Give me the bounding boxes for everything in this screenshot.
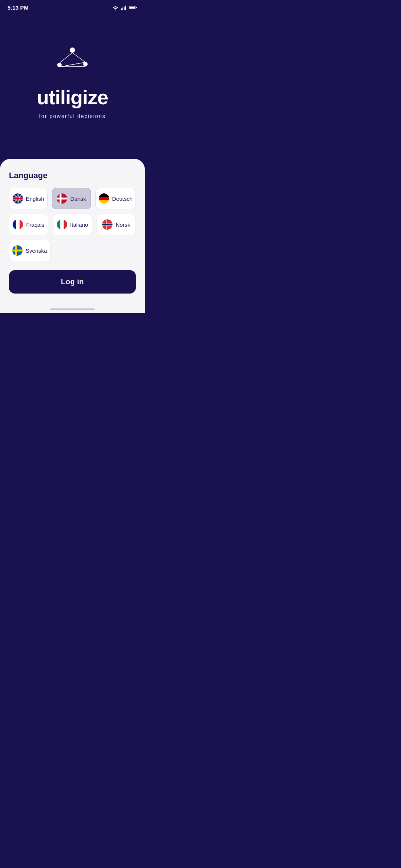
flag-svenska xyxy=(12,245,23,256)
language-label-english: English xyxy=(26,196,44,202)
svg-rect-26 xyxy=(16,219,20,230)
language-label-svenska: Svenska xyxy=(26,248,47,254)
svg-point-0 xyxy=(115,9,116,10)
language-section-title: Language xyxy=(9,171,136,180)
language-label-dansk: Dansk xyxy=(70,196,86,202)
language-button-dansk[interactable]: Dansk xyxy=(52,188,91,209)
svg-line-14 xyxy=(60,62,85,67)
svg-rect-4 xyxy=(125,6,126,10)
svg-rect-3 xyxy=(124,6,124,10)
svg-rect-6 xyxy=(130,7,135,9)
svg-rect-31 xyxy=(60,219,63,230)
language-label-italiano: Italiano xyxy=(70,222,88,228)
home-indicator-area xyxy=(0,304,145,313)
language-button-deutsch[interactable]: Deutsch xyxy=(95,188,136,209)
language-label-deutsch: Deutsch xyxy=(112,196,133,202)
signal-icon xyxy=(121,5,127,10)
language-label-norsk: Norsk xyxy=(115,222,130,228)
svg-rect-20 xyxy=(99,193,109,197)
svg-rect-2 xyxy=(123,7,123,10)
svg-rect-25 xyxy=(13,219,16,230)
language-grid-row3: Svenska xyxy=(9,240,136,261)
language-label-francais: Fraçais xyxy=(26,222,44,228)
logo-area: utiligize for powerful decisions xyxy=(0,14,145,159)
login-button[interactable]: Log in xyxy=(9,270,136,294)
wifi-icon xyxy=(112,5,119,10)
flag-english xyxy=(13,193,23,204)
status-icons xyxy=(112,5,137,10)
flag-francais xyxy=(13,219,23,230)
flag-deutsch xyxy=(99,193,109,204)
logo-tagline: for powerful decisions xyxy=(21,113,123,119)
tagline-line-right xyxy=(110,116,124,117)
language-grid-row2: Fraçais Italiano Norsk xyxy=(9,214,136,235)
svg-point-8 xyxy=(70,48,75,53)
language-button-italiano[interactable]: Italiano xyxy=(53,214,92,235)
app-logo-text: utiligize xyxy=(37,87,108,107)
flag-dansk xyxy=(57,193,67,204)
language-button-norsk[interactable]: Norsk xyxy=(97,214,136,235)
svg-rect-1 xyxy=(121,8,122,10)
language-button-svenska[interactable]: Svenska xyxy=(9,240,50,261)
flag-italiano xyxy=(57,219,67,230)
svg-rect-30 xyxy=(57,219,60,230)
language-button-francais[interactable]: Fraçais xyxy=(9,214,48,235)
svg-rect-21 xyxy=(99,197,109,200)
flag-norsk xyxy=(102,219,113,230)
status-time: 5:13 PM xyxy=(7,4,29,11)
bottom-sheet: Language English Dansk xyxy=(0,159,145,304)
status-bar: 5:13 PM xyxy=(0,0,145,14)
language-button-english[interactable]: English xyxy=(9,188,48,209)
tagline-line-left xyxy=(21,116,35,117)
battery-icon xyxy=(129,5,137,10)
svg-line-15 xyxy=(60,66,85,67)
home-indicator-bar xyxy=(50,308,95,310)
language-grid-row1: English Dansk Deutsch xyxy=(9,188,136,209)
svg-rect-22 xyxy=(99,200,109,204)
svg-rect-27 xyxy=(20,219,23,230)
svg-line-13 xyxy=(72,53,85,62)
svg-rect-32 xyxy=(64,219,67,230)
svg-line-12 xyxy=(60,53,72,63)
logo-graphic xyxy=(39,46,106,83)
svg-rect-7 xyxy=(136,7,137,8)
